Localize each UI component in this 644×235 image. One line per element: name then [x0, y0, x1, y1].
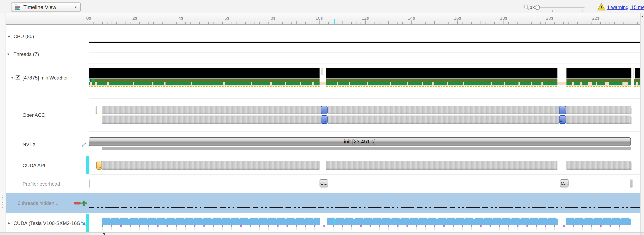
sidebar-item-openacc[interactable]: OpenACC [22, 112, 45, 118]
cpu-utilization-line[interactable] [88, 42, 640, 43]
thread-sampling-gap[interactable] [270, 82, 272, 85]
cuda-api-end[interactable] [631, 163, 632, 170]
openacc-row2-bar[interactable] [566, 115, 631, 124]
openacc-row1-bar[interactable] [328, 106, 559, 114]
profiler-overhead-sliver[interactable] [630, 179, 632, 188]
thread-runtime-bar[interactable] [326, 85, 558, 87]
sidebar-timeline-divider[interactable] [88, 13, 89, 232]
thread-sampling-gap[interactable] [407, 82, 408, 85]
scroll-left-icon[interactable]: ◀ [102, 232, 104, 235]
zoom-slider-handle[interactable] [535, 5, 540, 10]
show-thread-plus-icon[interactable] [81, 200, 87, 206]
process-dropdown-caret[interactable]: ▼ [60, 76, 62, 79]
thread-sampling-gap[interactable] [636, 82, 638, 85]
event-marker[interactable]: ... [559, 106, 566, 114]
event-marker[interactable]: E... [559, 115, 566, 124]
thread-sampling-gap[interactable] [164, 82, 166, 85]
thread-sampling-gap[interactable] [95, 82, 97, 85]
thread-sampling-gap[interactable] [312, 82, 314, 85]
thread-sampling-gap[interactable] [337, 82, 338, 85]
sidebar-item-cuda-api[interactable]: CUDA API [22, 163, 45, 168]
thread-sampling-gap[interactable] [152, 82, 154, 85]
event-marker[interactable]: C... [560, 179, 568, 188]
sidebar-item-threads[interactable]: Threads (7) [14, 51, 39, 57]
sidebar-item-profiler-overhead[interactable]: Profiler overhead [22, 181, 60, 187]
thread-state-sliver[interactable] [633, 68, 634, 78]
hide-thread-minus-icon[interactable] [74, 202, 81, 205]
openacc-row1-bar[interactable] [566, 106, 631, 114]
sidebar-item-cpu[interactable]: CPU (80) [14, 34, 34, 39]
thread-sampling-gap[interactable] [447, 82, 448, 85]
thread-sampling-gap[interactable] [463, 82, 464, 85]
sidebar-item-cuda-gpu[interactable]: CUDA (Tesla V100-SXM2-16GB, 0000:06 [14, 221, 80, 226]
gpu-kernel-bar[interactable] [566, 218, 631, 225]
thread-sampling-gap[interactable] [251, 82, 252, 85]
messages-link[interactable]: 1 warning, 15 messages [607, 4, 644, 10]
view-selector-dropdown[interactable]: Timeline View ▼ [11, 2, 81, 12]
thread-state-bar[interactable] [326, 68, 558, 78]
thread-sampling-bar[interactable] [326, 82, 558, 85]
expand-row-icon[interactable] [81, 142, 87, 148]
thread-sampling-gap[interactable] [432, 82, 434, 85]
scroll-up-icon[interactable]: ▲ [641, 14, 644, 18]
threads-collapse-caret[interactable]: ▼ [7, 52, 10, 56]
thread-sampling-gap[interactable] [191, 82, 192, 85]
openacc-row2-bar[interactable] [328, 115, 559, 124]
cpu-expand-caret[interactable]: ▶ [8, 34, 10, 38]
gpu-kernel-bar[interactable] [102, 218, 320, 225]
vertical-scrollbar[interactable]: ▲ [640, 13, 644, 235]
thread-osrt-bar[interactable] [566, 79, 631, 82]
thread-sampling-gap[interactable] [605, 82, 609, 85]
thread-sampling-gap[interactable] [367, 82, 368, 85]
thread-sampling-gap[interactable] [490, 82, 492, 85]
thread-osrt-bar[interactable] [326, 79, 558, 82]
thread-sampling-gap[interactable] [542, 82, 543, 85]
openacc-row1-bar[interactable] [102, 106, 321, 114]
thread-state-bar[interactable] [635, 68, 640, 78]
thread-sampling-gap[interactable] [349, 82, 350, 85]
cuda-api-bar[interactable] [102, 161, 320, 170]
sidebar-item-nvtx[interactable]: NVTX [22, 142, 36, 147]
thread-sampling-gap[interactable] [580, 82, 582, 85]
nvtx-sub-bar[interactable] [102, 147, 631, 150]
thread-sampling-gap[interactable] [622, 82, 628, 85]
zoom-slider[interactable] [536, 7, 584, 8]
gpu-kernel-bar[interactable] [327, 218, 558, 225]
event-marker[interactable]: ... [96, 161, 102, 170]
thread-sampling-gap[interactable] [300, 82, 301, 85]
process-checkbox[interactable]: ✔ [16, 75, 20, 80]
thread-sampling-gap[interactable] [390, 82, 391, 85]
thread-osrt-bar[interactable] [90, 79, 320, 82]
timeline-cursor[interactable] [334, 19, 335, 24]
openacc-row2-bar[interactable] [102, 115, 321, 124]
cuda-api-bar[interactable] [326, 161, 558, 170]
gpu-jump-icon[interactable] [80, 221, 86, 226]
thread-sampling-gap[interactable] [531, 82, 532, 85]
thread-sampling-gap[interactable] [223, 82, 225, 85]
thread-sampling-gap[interactable] [504, 82, 505, 85]
nvtx-range-init[interactable]: init [23.451 s] [88, 137, 631, 146]
thread-sampling-gap[interactable] [588, 82, 592, 85]
thread-state-bar[interactable] [566, 68, 631, 78]
thread-runtime-bar[interactable] [88, 85, 320, 87]
process-collapse-caret[interactable]: ▼ [11, 76, 14, 79]
event-marker[interactable]: ... [321, 106, 328, 114]
thread-sampling-gap[interactable] [285, 82, 286, 85]
thread-state-bar[interactable] [88, 68, 320, 78]
event-marker[interactable]: ... [321, 115, 328, 124]
thread-sampling-bar[interactable] [566, 82, 631, 85]
horizontal-scrollbar[interactable]: ◀ [0, 232, 644, 235]
thread-sampling-gap[interactable] [422, 82, 423, 85]
thread-sampling-gap[interactable] [133, 82, 134, 85]
thread-state-sliver[interactable] [321, 68, 323, 75]
openacc-row2-end[interactable] [631, 117, 632, 124]
sidebar-item-hidden-threads[interactable]: 6 threads hidden... [18, 200, 58, 206]
thread-runtime-bar[interactable] [634, 85, 640, 87]
thread-sampling-gap[interactable] [572, 82, 574, 85]
thread-sampling-gap[interactable] [596, 82, 597, 85]
cuda-api-bar[interactable] [566, 161, 631, 170]
thread-sampling-gap[interactable] [90, 82, 92, 85]
thread-runtime-bar[interactable] [566, 85, 631, 87]
thread-sampling-gap[interactable] [518, 82, 520, 85]
event-marker[interactable]: C... [320, 179, 328, 188]
